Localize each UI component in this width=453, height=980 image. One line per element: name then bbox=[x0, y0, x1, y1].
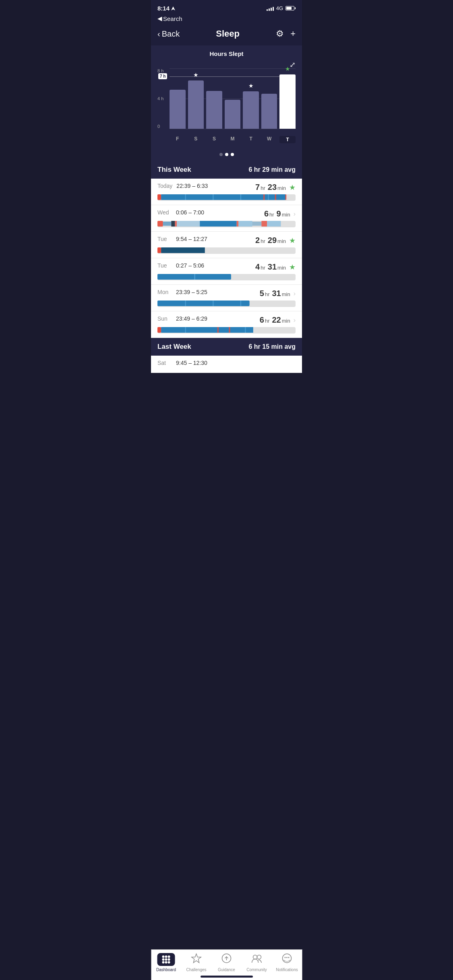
svg-rect-13 bbox=[175, 221, 177, 226]
x-label-w: W bbox=[261, 136, 277, 143]
last-week-list: Sat 9:45 – 12:30 bbox=[151, 356, 302, 373]
network-label: 4G bbox=[276, 5, 283, 11]
sleep-bar-sun bbox=[157, 327, 296, 334]
sleep-chevron-mon: › bbox=[294, 290, 296, 297]
sleep-star-today: ★ bbox=[289, 183, 296, 192]
svg-rect-2 bbox=[161, 194, 285, 200]
chart-section: Hours Slept ⤢ 8 h 4 h 0 7 h bbox=[151, 45, 302, 161]
sleep-duration-mon: 5 hr 31 min bbox=[260, 289, 290, 298]
svg-rect-9 bbox=[285, 194, 286, 200]
dot-1[interactable] bbox=[219, 153, 223, 156]
sleep-entry-sun[interactable]: Sun 23:49 – 6:29 6 hr 22 min › bbox=[151, 311, 302, 338]
sleep-time-today: 22:39 – 6:33 bbox=[176, 183, 208, 189]
svg-rect-19 bbox=[261, 221, 267, 226]
svg-rect-27 bbox=[213, 301, 213, 306]
sleep-time-sat: 9:45 – 12:30 bbox=[176, 360, 207, 366]
dot-3[interactable] bbox=[231, 153, 234, 156]
svg-rect-26 bbox=[185, 301, 186, 306]
sleep-entry-sat[interactable]: Sat 9:45 – 12:30 bbox=[151, 356, 302, 373]
expand-icon[interactable]: ⤢ bbox=[290, 60, 296, 69]
sleep-chevron-sun: › bbox=[294, 317, 296, 324]
svg-rect-32 bbox=[217, 327, 219, 333]
svg-rect-18 bbox=[252, 222, 262, 226]
sleep-day-sat: Sat bbox=[157, 360, 172, 366]
search-bar: ◀ Search bbox=[151, 13, 302, 25]
sleep-duration-tue1: 2 hr 29 min bbox=[255, 236, 286, 245]
bar-col-w bbox=[261, 68, 277, 129]
nav-actions: ⚙ + bbox=[276, 29, 296, 39]
sleep-star-tue2: ★ bbox=[289, 263, 296, 272]
sleep-bar-tue1 bbox=[157, 247, 296, 254]
svg-rect-10 bbox=[157, 221, 163, 226]
svg-rect-12 bbox=[171, 221, 175, 226]
svg-rect-30 bbox=[161, 327, 253, 333]
svg-rect-22 bbox=[161, 247, 205, 253]
svg-rect-14 bbox=[177, 221, 200, 226]
last-week-avg: 6 hr 15 min avg bbox=[249, 343, 296, 350]
sleep-entry-today[interactable]: Today 22:39 – 6:33 7 hr 23 min ★ bbox=[151, 179, 302, 205]
svg-rect-7 bbox=[268, 194, 269, 200]
sleep-day-today: Today bbox=[157, 183, 172, 189]
sleep-entry-tue1[interactable]: Tue 9:54 – 12:27 2 hr 29 min ★ bbox=[151, 232, 302, 258]
sleep-bar-mon bbox=[157, 301, 296, 307]
sleep-time-tue1: 9:54 – 12:27 bbox=[176, 236, 207, 242]
sleep-time-mon: 23:39 – 5:25 bbox=[176, 289, 207, 295]
sleep-day-mon: Mon bbox=[157, 289, 172, 295]
x-label-f: F bbox=[170, 136, 186, 143]
x-label-s2: S bbox=[206, 136, 222, 143]
battery-icon bbox=[285, 6, 296, 10]
sleep-bar-today bbox=[157, 194, 296, 201]
svg-rect-5 bbox=[240, 194, 241, 200]
sleep-time-wed: 0:06 – 7:00 bbox=[176, 209, 204, 216]
sleep-star-tue1: ★ bbox=[289, 236, 296, 245]
bar-col-f bbox=[170, 68, 186, 129]
sleep-duration-wed: 6 hr 9 min bbox=[264, 209, 290, 218]
svg-rect-15 bbox=[200, 221, 236, 226]
sleep-duration-sun: 6 hr 22 min bbox=[260, 315, 290, 325]
dot-2[interactable] bbox=[225, 153, 228, 156]
settings-icon[interactable]: ⚙ bbox=[276, 29, 284, 39]
svg-rect-28 bbox=[240, 301, 241, 306]
svg-rect-20 bbox=[267, 221, 281, 226]
last-week-header: Last Week 6 hr 15 min avg bbox=[151, 338, 302, 356]
bar-col-m bbox=[225, 68, 241, 129]
svg-rect-3 bbox=[185, 194, 186, 200]
sleep-entry-tue2[interactable]: Tue 0:27 – 5:06 4 hr 31 min ★ bbox=[151, 258, 302, 285]
sleep-day-tue2: Tue bbox=[157, 262, 172, 269]
svg-rect-29 bbox=[157, 327, 161, 333]
svg-rect-16 bbox=[237, 221, 239, 226]
back-button[interactable]: ‹ Back bbox=[157, 29, 180, 39]
bar-col-s2 bbox=[206, 68, 222, 129]
sleep-entry-wed[interactable]: Wed 0:06 – 7:00 6 hr 9 min › bbox=[151, 205, 302, 232]
sleep-day-sun: Sun bbox=[157, 315, 172, 322]
bar-col-s1: ★ bbox=[188, 68, 204, 129]
svg-rect-31 bbox=[185, 327, 186, 333]
x-label-m: M bbox=[225, 136, 241, 143]
sleep-entry-mon[interactable]: Mon 23:39 – 5:25 5 hr 31 min › bbox=[151, 285, 302, 311]
bar-col-t2: ★ bbox=[279, 68, 296, 129]
sleep-list: Today 22:39 – 6:33 7 hr 23 min ★ bbox=[151, 179, 302, 338]
x-axis: F S S M T W T bbox=[170, 136, 296, 143]
this-week-avg: 6 hr 29 min avg bbox=[249, 166, 296, 173]
svg-rect-1 bbox=[157, 194, 161, 200]
svg-rect-21 bbox=[157, 247, 161, 253]
sleep-bar-wed bbox=[157, 221, 296, 227]
status-time: 8:14 bbox=[157, 5, 175, 12]
add-icon[interactable]: + bbox=[290, 29, 296, 39]
chart-bars-area: ★ ★ bbox=[170, 68, 296, 129]
bar-col-t1: ★ bbox=[243, 68, 259, 129]
sleep-duration-today: 7 hr 23 min bbox=[255, 183, 286, 192]
sleep-duration-tue2: 4 hr 31 min bbox=[255, 262, 286, 272]
location-icon bbox=[171, 6, 175, 10]
page-dots bbox=[157, 149, 296, 161]
chart-container: ⤢ 8 h 4 h 0 7 h ★ bbox=[157, 60, 296, 149]
svg-rect-34 bbox=[245, 327, 246, 333]
x-label-t2: T bbox=[279, 136, 296, 143]
search-back-button[interactable]: ◀ Search bbox=[157, 15, 182, 22]
status-bar: 8:14 4G bbox=[151, 0, 302, 13]
chart-title: Hours Slept bbox=[157, 50, 296, 57]
sleep-day-wed: Wed bbox=[157, 209, 172, 216]
this-week-header: This Week 6 hr 29 min avg bbox=[151, 161, 302, 179]
sleep-day-tue1: Tue bbox=[157, 236, 172, 242]
page-title: Sleep bbox=[216, 29, 240, 39]
